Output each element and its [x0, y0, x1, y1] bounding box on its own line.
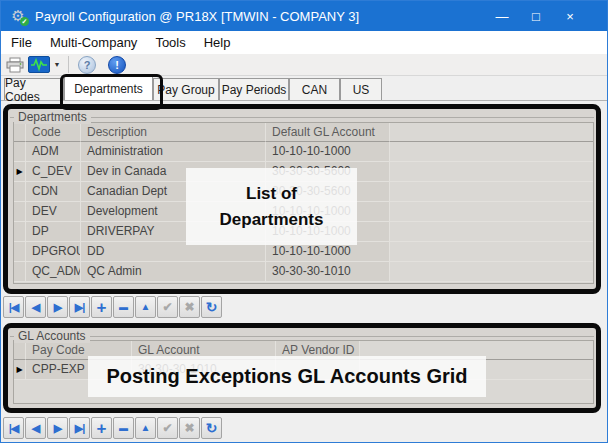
app-gear-icon: ⚙ ✓ [9, 7, 27, 25]
annotation-overlay-list-of-departments: List of Departments [186, 168, 357, 245]
post-edit-button: ✔ [157, 296, 178, 318]
help-icon[interactable]: ? [74, 55, 96, 75]
menu-tools[interactable]: Tools [146, 35, 194, 50]
selected-row-marker-icon: ▶ [14, 162, 26, 182]
prior-record-button[interactable]: ◀ [25, 296, 46, 318]
maximize-button[interactable]: □ [519, 1, 553, 31]
annotation-overlay-posting-exceptions: Posting Exceptions GL Accounts Grid [88, 356, 486, 397]
prior-record-button[interactable]: ◀ [25, 417, 46, 439]
tab-departments[interactable]: Departments [64, 76, 153, 100]
menubar: File Multi-Company Tools Help [1, 31, 607, 54]
edit-record-button[interactable]: ▲ [135, 417, 156, 439]
last-record-button[interactable]: ▶| [69, 296, 90, 318]
menu-multi-company[interactable]: Multi-Company [41, 35, 146, 50]
departments-groupbox: Departments Code Description Default GL … [3, 104, 601, 294]
table-row[interactable]: DPGROUP DD 10-10-10-1000 [14, 242, 593, 262]
departments-grid-header: Code Description Default GL Account [14, 123, 593, 142]
window-controls: — □ × [485, 1, 587, 31]
window-title: Payroll Configuration @ PR18X [TMWIN - C… [35, 9, 359, 24]
tabstrip: Pay Codes Departments Pay Group Pay Peri… [1, 77, 607, 101]
info-icon[interactable]: ! [96, 55, 126, 75]
table-row[interactable]: ADM Administration 10-10-10-1000 [14, 142, 593, 162]
gl-accounts-groupbox: GL Accounts Pay Code GL Account AP Vendo… [3, 323, 601, 413]
print-icon[interactable] [3, 55, 27, 75]
delete-record-button[interactable]: ▬ [113, 296, 134, 318]
first-record-button[interactable]: |◀ [3, 296, 24, 318]
cancel-edit-button: ✖ [179, 417, 200, 439]
menu-file[interactable]: File [2, 35, 41, 50]
departments-record-navigator: |◀ ◀ ▶ ▶| + ▬ ▲ ✔ ✖ ↻ [3, 296, 222, 318]
last-record-button[interactable]: ▶| [69, 417, 90, 439]
edit-record-button[interactable]: ▲ [135, 296, 156, 318]
tab-pay-periods[interactable]: Pay Periods [219, 78, 289, 100]
green-check-badge-icon: ✓ [20, 17, 29, 26]
selected-row-marker-icon: ▶ [14, 360, 26, 380]
refresh-button[interactable]: ↻ [201, 417, 222, 439]
gl-accounts-group-label: GL Accounts [14, 329, 90, 343]
gl-accounts-record-navigator: |◀ ◀ ▶ ▶| + ▬ ▲ ✔ ✖ ↻ [3, 417, 222, 439]
table-row[interactable]: QC_ADM QC Admin 30-30-30-1010 [14, 262, 593, 282]
toolbar-separator [68, 56, 69, 73]
minimize-button[interactable]: — [485, 1, 519, 31]
activity-monitor-icon[interactable] [27, 55, 51, 75]
titlebar[interactable]: ⚙ ✓ Payroll Configuration @ PR18X [TMWIN… [1, 1, 607, 31]
tab-us[interactable]: US [340, 78, 382, 100]
next-record-button[interactable]: ▶ [47, 296, 68, 318]
app-window: ⚙ ✓ Payroll Configuration @ PR18X [TMWIN… [0, 0, 608, 443]
toolbar: ▼ ? ! [1, 54, 607, 76]
tab-pay-group[interactable]: Pay Group [153, 78, 219, 100]
close-button[interactable]: × [553, 1, 587, 31]
next-record-button[interactable]: ▶ [47, 417, 68, 439]
refresh-button[interactable]: ↻ [201, 296, 222, 318]
chevron-down-icon[interactable]: ▼ [51, 55, 63, 75]
delete-record-button[interactable]: ▬ [113, 417, 134, 439]
menu-help[interactable]: Help [195, 35, 240, 50]
column-header-code: Code [26, 123, 81, 142]
cancel-edit-button: ✖ [179, 296, 200, 318]
insert-record-button[interactable]: + [91, 296, 112, 318]
first-record-button[interactable]: |◀ [3, 417, 24, 439]
tab-can[interactable]: CAN [289, 78, 340, 100]
insert-record-button[interactable]: + [91, 417, 112, 439]
column-header-default-gl-account: Default GL Account [266, 123, 390, 142]
post-edit-button: ✔ [157, 417, 178, 439]
column-header-description: Description [81, 123, 266, 142]
departments-group-label: Departments [14, 110, 91, 124]
tab-pay-codes[interactable]: Pay Codes [4, 78, 64, 100]
